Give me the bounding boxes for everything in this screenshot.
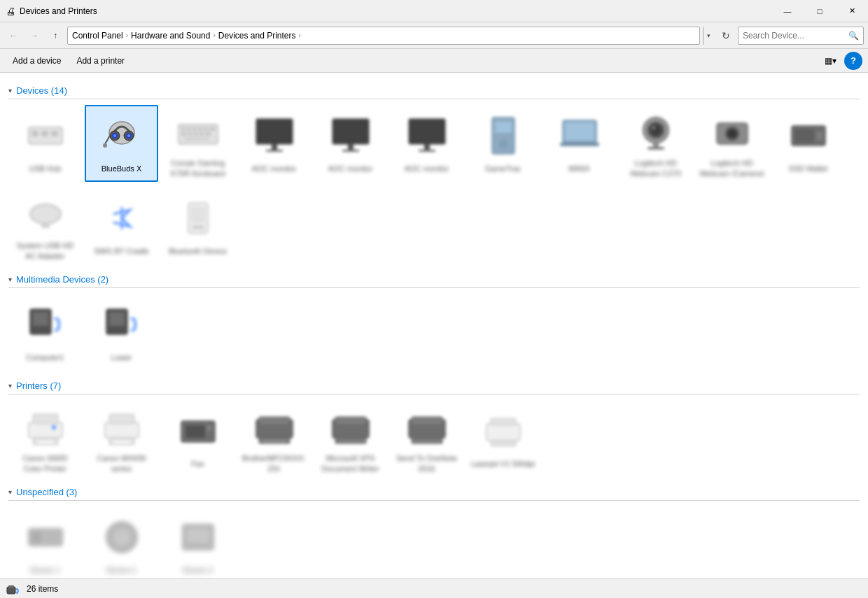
device-item-aoc2[interactable]: AOC monitor	[314, 105, 387, 182]
printer-name-laserjet: Laserjet V1 500dpi	[471, 459, 536, 469]
breadcrumb-hardware-sound[interactable]: Hardware and Sound	[131, 31, 210, 41]
svg-point-10	[127, 134, 130, 137]
unspecified-item-1[interactable]: Device 1	[8, 506, 82, 578]
app-icon: 🖨	[6, 6, 15, 17]
printer-item-xps[interactable]: Microsoft XPS Document Writer	[314, 400, 387, 477]
svg-rect-36	[424, 144, 430, 150]
printer-item-brother[interactable]: BrotherMFC9XXX-201	[237, 400, 311, 477]
unspecified-chevron[interactable]: ▾	[8, 488, 12, 496]
device-item-bt2[interactable]: Bluetooth Device	[161, 187, 234, 264]
devices-grid: USB Hub	[8, 105, 860, 182]
forward-button[interactable]: →	[25, 27, 43, 45]
device-name-webcam1: Logitech HD Webcam C270	[623, 158, 688, 176]
multimedia-section-header: ▾ Multimedia Devices (2)	[8, 270, 860, 288]
device-icon-wrap-ssd	[783, 111, 834, 161]
unspecified-icon-wrap-2	[97, 512, 147, 562]
up-button[interactable]: ↑	[46, 27, 64, 45]
printer-icon-wrap-laserjet	[478, 406, 528, 456]
device-name-webcam2: Logitech HD Webcam (Camera)	[699, 158, 764, 176]
back-button[interactable]: ←	[4, 27, 22, 45]
bluetooth-device-icon	[176, 196, 220, 241]
address-dropdown[interactable]: ▾	[703, 27, 714, 45]
devices-chevron[interactable]: ▾	[8, 87, 12, 94]
help-button[interactable]: ?	[844, 52, 862, 70]
bluebuds-icon	[99, 113, 144, 158]
minimize-button[interactable]: —	[771, 0, 804, 22]
printer-item-fax[interactable]: Fax	[161, 400, 234, 477]
ssd-icon	[786, 113, 831, 158]
svg-rect-18	[204, 127, 208, 131]
tower-icon	[481, 113, 526, 158]
device-item-aoc1[interactable]: AOC monitor	[237, 105, 311, 182]
printer-item-1[interactable]: Canon i560D Color Printer	[8, 400, 82, 477]
svg-point-41	[501, 142, 505, 146]
breadcrumb-devices-printers[interactable]: Devices and Printers	[218, 31, 296, 41]
window-title: Devices and Printers	[20, 6, 97, 16]
unspecified-section-title[interactable]: Unspecified (3)	[16, 487, 77, 497]
close-button[interactable]: ✕	[836, 0, 868, 22]
address-box[interactable]: Control Panel › Hardware and Sound › Dev…	[67, 27, 700, 45]
svg-rect-90	[491, 441, 516, 446]
svg-rect-35	[411, 121, 443, 142]
devices-section-title[interactable]: Devices (14)	[16, 85, 67, 96]
unspecified-icon-2	[99, 515, 144, 560]
search-input[interactable]	[743, 31, 848, 41]
printer-icon-wrap-xps	[326, 406, 376, 450]
device-item-bt[interactable]: SWG BT Cradle	[85, 187, 158, 264]
printer-item-laserjet[interactable]: Laserjet V1 500dpi	[466, 400, 540, 477]
refresh-button[interactable]: ↻	[717, 27, 735, 45]
unspecified-item-3[interactable]: Device 3	[161, 506, 234, 578]
printers-chevron[interactable]: ▾	[8, 382, 12, 390]
svg-rect-28	[272, 144, 277, 150]
device-item-gametrac[interactable]: GameTrac	[466, 105, 540, 182]
webcam-icon-1	[634, 111, 678, 155]
view-toggle-button[interactable]: ▦ ▾	[819, 52, 841, 70]
svg-rect-29	[266, 150, 283, 152]
printer-name-1: Canon i560D Color Printer	[13, 453, 78, 471]
monitor-icon-2	[328, 113, 373, 158]
content-area: ▾ Devices (14) USB Hub	[0, 73, 868, 578]
multimedia-icon-2	[99, 302, 144, 347]
device-item-minix[interactable]: MINIX	[542, 105, 616, 182]
search-box[interactable]: 🔍	[738, 27, 864, 45]
device-item-aoc3[interactable]: AOC monitor	[390, 105, 463, 182]
add-device-button[interactable]: Add a device	[6, 52, 68, 70]
usb-hub-icon	[23, 113, 68, 158]
device-item-bluebuds-x[interactable]: BlueBuds X	[85, 105, 158, 182]
svg-point-47	[651, 125, 661, 135]
device-item-usb-hub[interactable]: USB Hub	[8, 105, 82, 182]
device-item-adapter[interactable]: System USB HD AC Adapter	[8, 187, 82, 264]
svg-line-11	[105, 136, 110, 144]
breadcrumb-control-panel[interactable]: Control Panel	[72, 31, 123, 41]
breadcrumb-sep-3: ›	[299, 31, 301, 39]
device-icon-wrap-bt2	[173, 193, 223, 243]
svg-rect-31	[335, 121, 367, 142]
device-item-webcam1[interactable]: Logitech HD Webcam C270	[619, 105, 692, 182]
device-item-ssd[interactable]: SSD Wallet	[771, 105, 845, 182]
multimedia-chevron[interactable]: ▾	[8, 276, 12, 283]
printer-item-2[interactable]: Canon MX930 series	[85, 400, 158, 477]
add-printer-button[interactable]: Add a printer	[69, 52, 132, 70]
svg-rect-66	[29, 422, 62, 438]
svg-rect-3	[51, 131, 58, 136]
device-item-webcam2[interactable]: Logitech HD Webcam (Camera)	[695, 105, 769, 182]
multimedia-item-1[interactable]: Computer1	[8, 294, 82, 371]
svg-point-53	[728, 129, 736, 138]
printers-section-title[interactable]: Printers (7)	[16, 380, 61, 391]
device-name-adapter: System USB HD AC Adapter	[13, 241, 78, 259]
printer-item-onenote[interactable]: Send To OneNote 2016	[390, 400, 463, 477]
printer-name-2: Canon MX930 series	[89, 453, 154, 471]
address-bar: ← → ↑ Control Panel › Hardware and Sound…	[0, 22, 868, 49]
maximize-button[interactable]: □	[804, 0, 836, 22]
status-count: 26 items	[27, 584, 58, 594]
device-name-usb-hub: USB Hub	[29, 164, 62, 173]
multimedia-section-title[interactable]: Multimedia Devices (2)	[16, 274, 108, 285]
svg-rect-39	[495, 122, 512, 133]
device-item-corsair[interactable]: Corsair Gaming K70R Keyboard	[161, 105, 234, 182]
monitor-icon-3	[405, 113, 449, 158]
unspecified-section-header: ▾ Unspecified (3)	[8, 483, 860, 501]
svg-rect-50	[648, 147, 664, 150]
multimedia-item-2[interactable]: Lower	[85, 294, 158, 371]
unspecified-item-2[interactable]: Device 2	[85, 506, 158, 578]
search-icon[interactable]: 🔍	[848, 31, 859, 41]
